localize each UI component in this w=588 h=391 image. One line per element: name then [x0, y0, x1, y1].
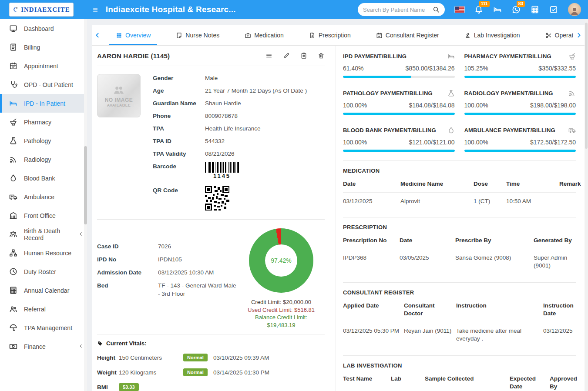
tabs-scroll-left-button[interactable]: [92, 32, 103, 39]
sidebar-item-blood-bank[interactable]: Blood Bank: [0, 169, 87, 187]
billing-cards: IPD PAYMENT/BILLING 61.40% $850.00/$1384…: [343, 47, 576, 160]
sidebar-item-birth-death-record[interactable]: Birth & Death Record: [0, 225, 87, 244]
used-credit-text: Used Credit Limit: $516.81: [248, 306, 315, 314]
overview-content: AARON HARDIE (1145) NO IMAGE AVAILABLE: [92, 46, 585, 391]
main-scrollbar[interactable]: [585, 19, 588, 391]
sidebar-item-pharmacy[interactable]: Pharmacy: [0, 113, 87, 131]
table-row: 03/12/2025 05:30 PMReyan Jain (9011)Take…: [343, 322, 576, 343]
ambulance-icon: [9, 193, 17, 201]
patient-field-row: Guardian Name Shaun Hardie: [153, 99, 325, 107]
tasks-button[interactable]: [549, 5, 558, 14]
user-avatar[interactable]: [568, 3, 581, 16]
consultant-register-section: CONSULTANT REGISTER Applied DateConsulta…: [343, 282, 576, 348]
sidebar-scrollbar-thumb[interactable]: [84, 146, 87, 224]
tab-operations[interactable]: Operations: [533, 25, 573, 45]
payment-progressbar: [343, 150, 455, 152]
microscope-icon: [464, 32, 471, 39]
patient-tabbar: Overview Nurse Notes Medication Prescrip…: [92, 25, 585, 46]
tab-label: Medication: [254, 32, 284, 39]
sidebar-item-opd-out-patient[interactable]: OPD - Out Patient: [0, 75, 87, 94]
sidebar-item-ambulance[interactable]: Ambulance: [0, 187, 87, 206]
sidebar-item-referral[interactable]: Referral: [0, 300, 87, 318]
payment-progressbar: [464, 150, 576, 152]
delete-trash-icon[interactable]: [318, 52, 325, 59]
patient-search: [358, 3, 445, 16]
hamburger-menu-icon[interactable]: ≡: [93, 5, 98, 14]
card-percent: 100.00%: [343, 102, 367, 109]
brand-swoosh-icon: [13, 7, 19, 13]
scissors-icon: [545, 32, 552, 39]
billing-card-ambulance: AMBULANCE PAYMENT/BILLING 100.00% $172.5…: [464, 127, 576, 152]
whatsapp-badge: 83: [517, 1, 525, 7]
calendar-button[interactable]: [531, 5, 539, 14]
edit-pencil-icon[interactable]: [283, 52, 290, 59]
card-percent: 100.00%: [343, 139, 367, 146]
whatsapp-button[interactable]: 83: [512, 5, 521, 14]
note-icon: [176, 32, 182, 39]
grid-calendar-icon: [9, 286, 17, 294]
sidebar-item-ipd-in-patient[interactable]: IPD - In Patient: [0, 94, 87, 113]
sidebar-item-annual-calendar[interactable]: Annual Calendar: [0, 281, 87, 300]
sidebar-scrollbar[interactable]: [84, 19, 87, 391]
tab-label: Consultant Register: [386, 32, 439, 39]
patient-field-row: TPA Validity 08/21/2026: [153, 150, 325, 158]
qr-label: QR Code: [153, 186, 205, 211]
section-title: CONSULTANT REGISTER: [343, 289, 576, 296]
patient-field-row: TPA ID 544332: [153, 137, 325, 145]
sidebar-item-label: OPD - Out Patient: [24, 81, 73, 88]
search-icon[interactable]: [433, 6, 440, 13]
section-title: PRESCRIPTION: [343, 224, 576, 231]
section-title: LAB INVESTIGATION: [343, 362, 576, 369]
sidebar-item-pathology[interactable]: Pathology: [0, 131, 87, 150]
tab-lab-investigation[interactable]: Lab Investigation: [452, 25, 533, 45]
status-badge: Normal: [183, 368, 208, 376]
invoice-icon: [9, 43, 17, 51]
sidebar-item-label: Billing: [24, 44, 40, 51]
no-image-text: NO IMAGE: [105, 97, 133, 103]
tab-overview[interactable]: Overview: [103, 25, 163, 45]
sidebar-item-appointment[interactable]: Appointment: [0, 57, 87, 75]
billing-card-radiology: RADIOLOGY PAYMENT/BILLING 100.00% $198.0…: [464, 90, 576, 115]
card-percent: 105.25%: [464, 65, 488, 72]
sidebar-item-billing[interactable]: Billing: [0, 38, 87, 57]
sidebar-item-label: Dashboard: [24, 25, 54, 32]
money-icon: [9, 342, 17, 351]
ambulance-icon: [568, 127, 576, 134]
card-title: IPD PAYMENT/BILLING: [343, 53, 407, 60]
sidebar-item-finance[interactable]: Finance: [0, 337, 87, 356]
notifications-button[interactable]: 111: [474, 5, 483, 14]
tag-icon: [97, 341, 103, 347]
sidebar-item-dashboard[interactable]: Dashboard: [0, 19, 87, 38]
patient-summary-pane: AARON HARDIE (1145) NO IMAGE AVAILABLE: [92, 46, 336, 391]
credit-donut-chart: 97.42%: [249, 228, 313, 293]
tab-label: Lab Investigation: [474, 32, 520, 39]
language-flag-icon[interactable]: [455, 7, 464, 13]
search-input[interactable]: [363, 7, 429, 13]
bmi-badge: 53.33: [119, 383, 139, 391]
sidebar-item-front-office[interactable]: Front Office: [0, 206, 87, 225]
clipboard-icon[interactable]: [300, 52, 307, 59]
tabs-scroll-right-button[interactable]: [573, 32, 585, 39]
header-actions: 111 83: [358, 3, 581, 16]
tab-medication[interactable]: Medication: [232, 25, 296, 45]
sidebar-item-tpa-management[interactable]: TPA Management: [0, 318, 87, 337]
tab-prescription[interactable]: Prescription: [296, 25, 363, 45]
sidebar-item-duty-roster[interactable]: Duty Roster: [0, 262, 87, 281]
tab-nurse-notes[interactable]: Nurse Notes: [163, 25, 232, 45]
main-area: Overview Nurse Notes Medication Prescrip…: [87, 19, 588, 391]
list-menu-icon[interactable]: [265, 52, 272, 59]
tab-consultant-register[interactable]: Consultant Register: [363, 25, 452, 45]
sidebar-item-human-resource[interactable]: Human Resource: [0, 244, 87, 262]
bed-icon: [447, 53, 455, 60]
card-title: AMBULANCE PAYMENT/BILLING: [464, 127, 555, 134]
bed-status-button[interactable]: [493, 5, 502, 14]
brand-logo[interactable]: INDIAEXCITE: [9, 3, 74, 17]
main-scrollbar-thumb[interactable]: [585, 23, 588, 149]
sidebar-item-label: Birth & Death Record: [24, 227, 72, 241]
no-image-subtext: AVAILABLE: [107, 103, 131, 107]
tab-label: Nurse Notes: [185, 32, 219, 39]
card-percent: 100.00%: [464, 139, 488, 146]
billing-card-pharmacy: PHARMACY PAYMENT/BILLING 105.25% $350/$3…: [464, 53, 576, 78]
sidebar-item-radiology[interactable]: Radiology: [0, 150, 87, 169]
mortar-icon: [568, 53, 576, 60]
